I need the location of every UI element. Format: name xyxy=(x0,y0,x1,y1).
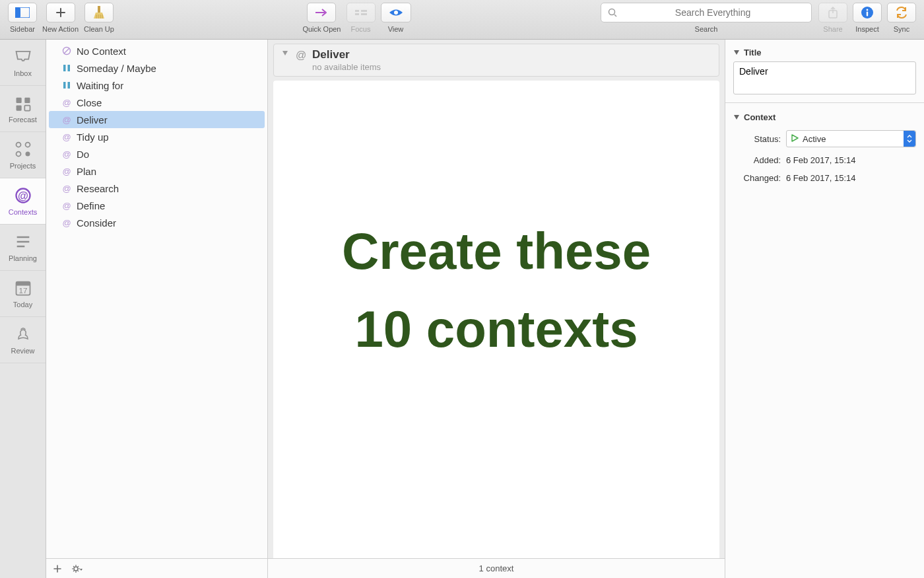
svg-text:@: @ xyxy=(62,115,71,124)
new-action-button[interactable] xyxy=(46,3,75,22)
svg-text:@: @ xyxy=(62,218,71,227)
plus-icon xyxy=(53,564,62,573)
inspector-context-label: Context xyxy=(744,112,776,122)
context-row-label: Tidy up xyxy=(77,131,109,143)
svg-rect-12 xyxy=(867,12,868,17)
quick-open-label: Quick Open xyxy=(302,25,341,33)
perspective-review[interactable]: Review xyxy=(0,317,46,363)
inspector-context-header[interactable]: Context xyxy=(733,112,916,122)
share-icon xyxy=(828,7,838,18)
context-row-label: Someday / Maybe xyxy=(77,63,156,74)
context-status-icon: @ xyxy=(61,218,73,227)
context-status-icon xyxy=(61,46,73,55)
added-label: Added: xyxy=(733,155,781,165)
status-label: Status: xyxy=(733,134,781,144)
svg-point-8 xyxy=(609,9,615,15)
perspective-contexts[interactable]: @ Contexts xyxy=(0,178,46,225)
status-select[interactable]: Active xyxy=(786,130,916,147)
broom-icon xyxy=(93,6,105,19)
clean-up-label: Clean Up xyxy=(84,25,114,33)
context-row[interactable]: Someday / Maybe xyxy=(49,59,265,77)
dropdown-arrows-icon xyxy=(904,131,915,147)
svg-rect-30 xyxy=(68,82,71,89)
main-canvas: Create these 10 contexts xyxy=(273,81,719,558)
active-status-icon xyxy=(791,134,799,144)
focus-label: Focus xyxy=(351,25,371,33)
context-row[interactable]: @Consider xyxy=(49,214,265,231)
contexts-icon: @ xyxy=(14,186,32,205)
context-row[interactable]: @Plan xyxy=(49,163,265,180)
context-row[interactable]: @Deliver xyxy=(49,111,265,128)
quick-open-button[interactable] xyxy=(307,3,336,22)
svg-rect-27 xyxy=(63,65,66,71)
sidebar-toggle-label: Sidebar xyxy=(10,25,35,33)
clean-up-button[interactable] xyxy=(84,3,114,22)
svg-text:17: 17 xyxy=(18,286,27,295)
info-icon xyxy=(861,6,874,19)
context-row[interactable]: No Context xyxy=(49,42,265,59)
svg-text:@: @ xyxy=(62,132,71,141)
inspector-title-header[interactable]: Title xyxy=(733,48,916,57)
context-row[interactable]: Waiting for xyxy=(49,77,265,94)
forecast-icon xyxy=(14,94,32,112)
eye-icon xyxy=(388,8,404,17)
sync-label: Sync xyxy=(894,25,909,33)
perspective-today[interactable]: 17 Today xyxy=(0,271,46,317)
perspective-forecast[interactable]: Forecast xyxy=(0,86,46,132)
svg-point-18 xyxy=(25,143,30,147)
perspective-rail: Inbox Forecast Projects @ Contexts Plann… xyxy=(0,40,46,578)
main-context-subtitle: no available items xyxy=(312,62,381,72)
svg-rect-6 xyxy=(361,13,367,15)
context-row[interactable]: @Close xyxy=(49,94,265,111)
search-input[interactable] xyxy=(621,7,805,18)
context-status-icon: @ xyxy=(61,184,73,193)
svg-rect-15 xyxy=(16,106,21,111)
plus-icon xyxy=(55,7,66,18)
context-row[interactable]: @Do xyxy=(49,145,265,163)
context-status-icon: @ xyxy=(61,115,73,124)
perspective-planning[interactable]: Planning xyxy=(0,225,46,271)
inspect-label: Inspect xyxy=(855,25,878,33)
svg-point-20 xyxy=(25,152,30,157)
perspective-projects[interactable]: Projects xyxy=(0,132,46,178)
perspective-label: Planning xyxy=(9,254,37,262)
sidebar-settings-button[interactable] xyxy=(71,564,83,573)
context-row-label: No Context xyxy=(77,46,126,57)
sync-icon xyxy=(895,7,908,18)
share-label: Share xyxy=(823,25,842,33)
context-row[interactable]: @Define xyxy=(49,197,265,214)
main-area: @ Deliver no available items Create thes… xyxy=(268,40,725,578)
inspector-title-field[interactable] xyxy=(733,61,916,94)
inspector-title-label: Title xyxy=(744,48,762,57)
focus-button xyxy=(346,3,376,22)
context-row-label: Define xyxy=(77,200,105,211)
annotation-overlay: Create these 10 contexts xyxy=(273,219,719,361)
svg-text:@: @ xyxy=(296,50,306,61)
annotation-line-1: Create these xyxy=(273,219,719,284)
perspective-label: Inbox xyxy=(14,69,32,77)
context-row[interactable]: @Research xyxy=(49,180,265,197)
add-context-button[interactable] xyxy=(53,564,62,573)
status-text: 1 context xyxy=(479,563,514,573)
svg-rect-24 xyxy=(16,282,30,286)
perspective-label: Forecast xyxy=(9,116,37,124)
disclosure-triangle-icon[interactable] xyxy=(282,50,295,57)
sidebar-toggle-button[interactable] xyxy=(8,3,37,22)
main-context-header[interactable]: @ Deliver no available items xyxy=(273,44,719,77)
new-action-label: New Action xyxy=(42,25,79,33)
context-row[interactable]: @Tidy up xyxy=(49,128,265,145)
svg-rect-2 xyxy=(98,6,100,13)
inspector-panel: Title Context Status: Active Added: 6 Fe… xyxy=(725,40,924,578)
svg-point-11 xyxy=(867,9,869,11)
sync-button[interactable] xyxy=(887,3,916,22)
changed-value: 6 Feb 2017, 15:14 xyxy=(786,173,916,183)
svg-text:@: @ xyxy=(18,190,28,201)
svg-rect-14 xyxy=(24,98,30,103)
inbox-icon xyxy=(14,48,32,66)
context-status-icon xyxy=(61,81,73,90)
perspective-inbox[interactable]: Inbox xyxy=(0,40,46,86)
inspect-button[interactable] xyxy=(853,3,882,22)
view-button[interactable] xyxy=(381,3,411,22)
share-button xyxy=(818,3,847,22)
search-field[interactable] xyxy=(601,3,812,22)
